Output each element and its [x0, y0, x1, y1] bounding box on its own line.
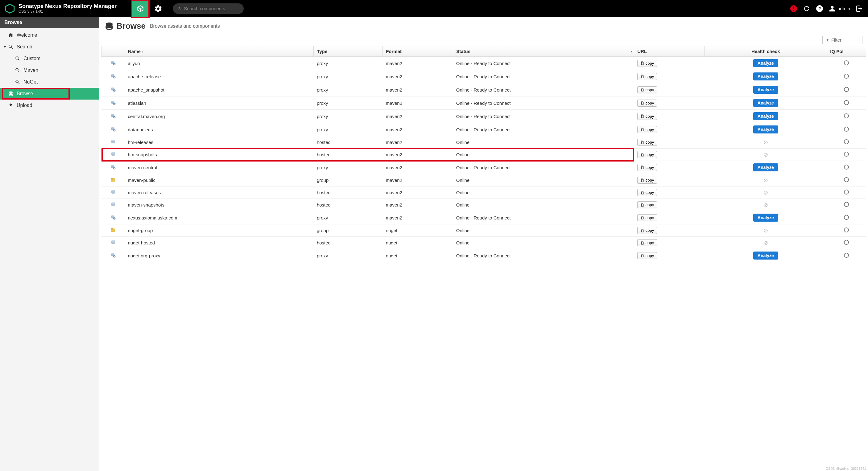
- repo-name: nexus.axiomalaska.com: [125, 211, 314, 225]
- col-name[interactable]: Name↑: [125, 46, 314, 57]
- sidebar-item-label: Custom: [24, 56, 40, 61]
- copy-url-button[interactable]: copy: [637, 177, 657, 184]
- repo-name: maven-central: [125, 161, 314, 174]
- repo-name: aliyun: [125, 57, 314, 70]
- copy-url-button[interactable]: copy: [637, 227, 657, 234]
- copy-url-button[interactable]: copy: [637, 86, 657, 93]
- copy-url-button[interactable]: copy: [637, 151, 657, 158]
- funnel-icon: [826, 38, 830, 42]
- analyze-button[interactable]: Analyze: [753, 99, 778, 107]
- signout-icon[interactable]: [856, 5, 863, 12]
- svg-point-19: [111, 127, 115, 128]
- copy-url-button[interactable]: copy: [637, 214, 657, 221]
- search-input[interactable]: [184, 6, 239, 11]
- analyze-button[interactable]: Analyze: [753, 126, 778, 133]
- copy-url-button[interactable]: copy: [637, 100, 657, 107]
- table-row[interactable]: maven-publicgroupmaven2Onlinecopy⊘: [101, 174, 866, 187]
- col-iq[interactable]: IQ Pol: [827, 46, 866, 57]
- search-box[interactable]: [173, 3, 244, 14]
- table-row[interactable]: central.maven.orgproxymaven2Online - Rea…: [101, 110, 866, 123]
- copy-url-button[interactable]: copy: [637, 201, 657, 208]
- col-type[interactable]: Type: [314, 46, 383, 57]
- refresh-icon[interactable]: [803, 5, 810, 12]
- col-format[interactable]: Format: [383, 46, 453, 57]
- table-row[interactable]: aliyunproxymaven2Online - Ready to Conne…: [101, 57, 866, 70]
- svg-point-22: [111, 152, 115, 154]
- repo-type: proxy: [314, 211, 383, 225]
- svg-rect-25: [111, 178, 115, 182]
- table-row[interactable]: nuget.org-proxyproxynugetOnline - Ready …: [101, 249, 866, 262]
- sidebar-item-upload[interactable]: Upload: [0, 100, 99, 111]
- table-row[interactable]: nuget-groupgroupnugetOnlinecopy⊘: [101, 225, 866, 237]
- repo-status: Online: [453, 148, 634, 161]
- table-row[interactable]: datanucleusproxymaven2Online - Ready to …: [101, 123, 866, 136]
- nav-settings-icon[interactable]: [150, 0, 166, 17]
- col-health[interactable]: Health check: [705, 46, 827, 57]
- iq-status-icon: [844, 177, 849, 182]
- table-row[interactable]: maven-snapshotshostedmaven2Onlinecopy⊘: [101, 199, 866, 211]
- table-row[interactable]: nuget-hostedhostednugetOnlinecopy⊘: [101, 237, 866, 249]
- filter-box[interactable]: [823, 36, 863, 44]
- repo-status: Online: [453, 199, 634, 211]
- database-icon: [105, 22, 114, 31]
- main: Browse Browse assets and components Name…: [99, 17, 868, 471]
- repo-status: Online - Ready to Connect: [453, 249, 634, 262]
- table-row[interactable]: atlassianproxymaven2Online - Ready to Co…: [101, 97, 866, 110]
- repo-status: Online - Ready to Connect: [453, 123, 634, 136]
- user-menu[interactable]: admin: [829, 5, 850, 12]
- table-row[interactable]: maven-centralproxymaven2Online - Ready t…: [101, 161, 866, 174]
- sidebar-item-search[interactable]: ▼Search: [0, 41, 99, 53]
- copy-url-button[interactable]: copy: [637, 164, 657, 171]
- sidebar-header: Browse: [0, 17, 99, 28]
- sidebar-item-welcome[interactable]: Welcome: [0, 29, 99, 41]
- copy-url-button[interactable]: copy: [637, 73, 657, 80]
- analyze-button[interactable]: Analyze: [753, 59, 778, 67]
- repo-type-icon: [101, 161, 125, 174]
- table-row[interactable]: nexus.axiomalaska.comproxymaven2Online -…: [101, 211, 866, 225]
- svg-point-20: [113, 129, 116, 132]
- svg-point-35: [113, 255, 116, 258]
- analyze-button[interactable]: Analyze: [753, 86, 778, 94]
- col-status[interactable]: Status▾: [453, 46, 634, 57]
- analyze-button[interactable]: Analyze: [753, 213, 778, 222]
- table-row[interactable]: hm-releaseshostedmaven2Onlinecopy⊘: [101, 136, 866, 148]
- repo-name: atlassian: [125, 97, 314, 110]
- table-row[interactable]: hm-snapshotshostedmaven2Onlinecopy⊘: [101, 148, 866, 161]
- table-row[interactable]: apache_snapshotproxymaven2Online - Ready…: [101, 83, 866, 97]
- table-row[interactable]: apache_releaseproxymaven2Online - Ready …: [101, 70, 866, 83]
- iq-status-icon: [844, 127, 849, 132]
- alert-icon[interactable]: [790, 5, 797, 12]
- svg-point-21: [111, 140, 115, 141]
- svg-point-27: [111, 190, 115, 192]
- disabled-icon: ⊘: [764, 228, 768, 234]
- sidebar-item-browse[interactable]: Browse: [0, 88, 99, 100]
- sidebar-item-maven[interactable]: Maven: [0, 64, 99, 76]
- analyze-button[interactable]: Analyze: [753, 251, 778, 260]
- svg-point-17: [111, 114, 115, 115]
- analyze-button[interactable]: Analyze: [753, 163, 778, 171]
- repo-type-icon: [101, 187, 125, 199]
- repo-name: maven-releases: [125, 187, 314, 199]
- sidebar: Browse Welcome▼SearchCustomMavenNuGetBro…: [0, 17, 99, 471]
- svg-point-34: [111, 253, 115, 254]
- copy-url-button[interactable]: copy: [637, 252, 657, 259]
- copy-url-button[interactable]: copy: [637, 139, 657, 146]
- analyze-button[interactable]: Analyze: [753, 112, 778, 120]
- iq-status-icon: [844, 228, 849, 232]
- repo-name: nuget-hosted: [125, 237, 314, 249]
- copy-url-button[interactable]: copy: [637, 126, 657, 133]
- filter-input[interactable]: [831, 37, 859, 42]
- nav-cube-icon[interactable]: [132, 0, 149, 17]
- copy-url-button[interactable]: copy: [637, 113, 657, 120]
- sidebar-item-custom[interactable]: Custom: [0, 53, 99, 64]
- repo-name: central.maven.org: [125, 110, 314, 123]
- copy-url-button[interactable]: copy: [637, 60, 657, 67]
- table-row[interactable]: maven-releaseshostedmaven2Onlinecopy⊘: [101, 187, 866, 199]
- svg-text:?: ?: [818, 6, 821, 11]
- analyze-button[interactable]: Analyze: [753, 72, 778, 80]
- copy-url-button[interactable]: copy: [637, 189, 657, 196]
- help-icon[interactable]: ?: [816, 5, 823, 12]
- sidebar-item-nuget[interactable]: NuGet: [0, 76, 99, 88]
- copy-url-button[interactable]: copy: [637, 239, 657, 246]
- col-url[interactable]: URL: [634, 46, 705, 57]
